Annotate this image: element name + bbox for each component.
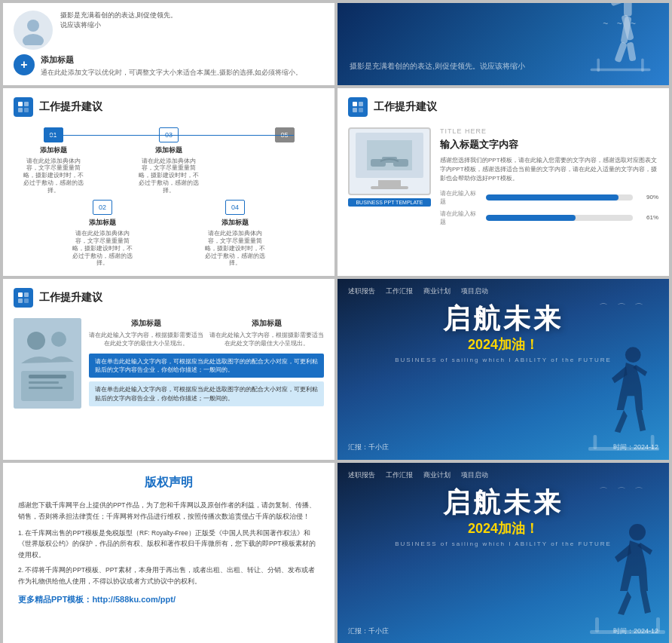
flow-num-02: 02: [93, 200, 112, 215]
copyright-text-2: 不得将千库网的PPT模板、PPT素材，本身用于再出售，或者出租、出租、转让、分销…: [18, 566, 315, 584]
svg-point-0: [27, 20, 39, 32]
monitor-stand: [378, 180, 401, 186]
year-text-6: 2024加油！: [348, 335, 658, 354]
svg-rect-17: [359, 102, 363, 106]
nav-item-8-4: 项目启动: [461, 470, 488, 480]
add-content: 添加标题 通在此处添加文字以优化时，可调整文字大小来适合本属生,摄影的选择,如必…: [41, 54, 302, 78]
avatar: [14, 11, 53, 50]
cell-work-improvement-1: 工作提升建议 01 添加标题 请在此处添加典体内容，文字尽量重量简略，摄影建设时…: [3, 88, 334, 277]
cell-work-improvement-2: 工作提升建议: [338, 88, 669, 277]
copyright-item2: 2. 不得将千库网的PPT模板、PPT素材，本身用于再出售，或者出租、出租、转让…: [18, 565, 319, 586]
nav-bar-6: 述职报告 工作汇报 商业计划 项目启动: [348, 286, 658, 296]
cell-qihang-2: 述职报告 工作汇报 商业计划 项目启动 启航未来 2024加油！ BUSINES…: [338, 463, 669, 643]
flow-text-02: 请在此处添加典体内容，文字尽量重量简略，摄影建设时时，不必过于敷动，感谢的选择。: [71, 230, 135, 267]
flow-col-1: 添加标题 请在此处输入文字内容，根据摄影需要适当在此处文字的最佳大小呈现出。: [89, 318, 203, 348]
nav-item-6-2: 工作汇报: [386, 286, 413, 296]
progress-bar-bg-2: [486, 215, 633, 221]
zh-title-6: 启航未来: [348, 305, 658, 332]
cell-qihang-1: 述职报告 工作汇报 商业计划 项目启动 启航未来 2024加油！ BUSINES…: [338, 279, 669, 460]
cell5-content: 添加标题 请在此处输入文字内容，根据摄影需要适当在此处文字的最佳大小呈现出。 添…: [14, 318, 324, 409]
avatar-row: 摄影是充满着创的的表达,则促使领先。说应该将缩小: [14, 11, 324, 50]
runner-silhouette: [579, 3, 669, 85]
flow-text-04: 请在此处添加典体内容，文字尽量重量简略，摄影建设时时，不必过于敷动，感谢的选择。: [203, 230, 267, 267]
progress-bar-fill-2: [486, 215, 576, 221]
flow-col-title-2: 添加标题: [209, 318, 324, 329]
footer-date-6: 时间：2024-12: [613, 442, 658, 452]
flow-col-2: 添加标题 请在此处输入文字内容，根据摄影需要适当在此处文字的最佳大小呈现出。: [209, 318, 324, 348]
progress-row-2: 请在此输入标题 61%: [440, 210, 658, 226]
copyright-link[interactable]: 更多精品PPT模板：http://588ku.com/ppt/: [18, 594, 319, 605]
main-title: 输入标题文字内容: [440, 138, 658, 152]
copyright-title: 版权声明: [18, 475, 319, 491]
svg-rect-24: [18, 292, 23, 297]
progress-bar-fill-1: [486, 194, 619, 201]
blue-box-1: 请在单击此处输入文字内容，可根据应当此处选取图字的的配合大小对应，可更利粘贴后的…: [89, 354, 324, 378]
flow-node-02: 02 添加标题 请在此处添加典体内容，文字尽量重量简略，摄影建设时时，不必过于敷…: [71, 200, 135, 267]
cell5-image: [14, 318, 81, 409]
cell-copyright: 版权声明 感谢您下载千库网平台上提供的PPT作品，为了您和千库网以及原创作者的利…: [3, 463, 334, 643]
light-blue-box-1: 请在单击此处输入文字内容，可根据应当此处选取图字的的配合大小对应，可更利粘贴后的…: [89, 381, 324, 406]
footer-bar-8: 汇报：千小庄 时间：2024-12: [348, 626, 658, 636]
cell1-right-text: 摄影是充满着创的的表达,则促使领先。说应该将缩小: [60, 11, 324, 30]
nav-item-8-3: 商业计划: [423, 470, 451, 480]
title-here: TITLE HERE: [440, 127, 658, 135]
flow-node-05: 05: [252, 127, 316, 194]
svg-rect-14: [18, 108, 23, 112]
section-icon-4: [348, 97, 368, 117]
svg-rect-3: [624, 3, 632, 16]
sub-text-6: BUSINESS of sailing which I ABILITY of t…: [348, 357, 658, 363]
nav-item-6-1: 述职报告: [348, 286, 375, 296]
section-title-3: 工作提升建议: [39, 100, 102, 114]
svg-rect-8: [627, 41, 637, 61]
cell5-right: 添加标题 请在此处输入文字内容，根据摄影需要适当在此处文字的最佳大小呈现出。 添…: [89, 318, 324, 406]
section-title-4: 工作提升建议: [374, 100, 437, 114]
svg-point-1: [23, 34, 44, 45]
monitor-wrap: BUSINESS PPT TEMPLATE: [348, 127, 431, 230]
text-side: TITLE HERE 输入标题文字内容 感谢您选择我们的PPT模板，请在此输入您…: [440, 127, 658, 230]
sub-text-8: BUSINESS of sailing which I ABILITY of t…: [348, 540, 658, 547]
nav-bar-8: 述职报告 工作汇报 商业计划 项目启动: [348, 470, 658, 480]
svg-point-33: [27, 332, 45, 350]
svg-rect-7: [614, 41, 627, 63]
flowchart-bottom-row: 02 添加标题 请在此处添加典体内容，文字尽量重量简略，摄影建设时时，不必过于敷…: [14, 194, 324, 267]
svg-rect-32: [29, 387, 63, 389]
flow-label-01: 添加标题: [40, 145, 67, 155]
svg-rect-16: [353, 102, 357, 106]
svg-rect-25: [24, 292, 29, 297]
flow-node-04: 04 添加标题 请在此处添加典体内容，文字尽量重量简略，摄影建设时时，不必过于敷…: [203, 200, 267, 267]
copyright-text-1: 在千库网出售的PPT模板是免税版型（RF: Royalty-Free）正版受《中…: [18, 529, 316, 559]
progress-row-1: 请在此输入标题 90%: [440, 189, 658, 206]
year-text-8: 2024加油！: [348, 519, 658, 537]
main-text-6: 启航未来 2024加油！ BUSINESS of sailing which I…: [348, 305, 658, 363]
nav-item-6-3: 商业计划: [423, 286, 451, 296]
flow-two-cols: 添加标题 请在此处输入文字内容，根据摄影需要适当在此处文字的最佳大小呈现出。 添…: [89, 318, 324, 348]
section-header-3: 工作提升建议: [14, 97, 324, 117]
ppt-label: BUSINESS PPT TEMPLATE: [348, 198, 431, 207]
business-caption: 摄影是充满着创的的表达,则促使领先。说应该将缩小: [350, 60, 525, 72]
flow-col-title-1: 添加标题: [89, 318, 203, 329]
section-icon-3: [14, 97, 33, 117]
copyright-item1: 1. 在千库网出售的PPT模板是免税版型（RF: Royalty-Free）正版…: [18, 528, 319, 560]
svg-rect-12: [18, 102, 23, 106]
progress-bar-bg-1: [486, 194, 633, 201]
copyright-para1: 感谢您下载千库网平台上提供的PPT作品，为了您和千库网以及原创作者的利益，请勿复…: [18, 500, 319, 522]
add-icon: +: [14, 54, 35, 75]
cell-top-right-dark: ~ ~ ~ 摄影是充满着创的的表达,则促使领先。说应该将缩小: [338, 3, 669, 85]
add-text: 通在此处添加文字以优化时，可调整文字大小来适合本属生,摄影的选择,如必须将缩小。: [41, 68, 302, 78]
main-grid: 摄影是充满着创的的表达,则促使领先。说应该将缩小 + 添加标题 通在此处添加文字…: [0, 0, 672, 643]
svg-rect-13: [24, 102, 29, 106]
cell4-content: BUSINESS PPT TEMPLATE TITLE HERE 输入标题文字内…: [348, 127, 658, 230]
progress-label-2: 请在此输入标题: [440, 210, 481, 226]
add-title: 添加标题: [41, 54, 302, 66]
monitor-base: [371, 186, 408, 189]
flow-label-04: 添加标题: [221, 218, 249, 228]
flow-label-03: 添加标题: [155, 145, 182, 155]
footer-presenter-6: 汇报：千小庄: [348, 442, 389, 452]
flow-text-03: 请在此处添加典体内容，文字尽量重量简略，摄影建设时时，不必过于敷动，感谢的选择。: [137, 158, 201, 194]
progress-pct-2: 61%: [637, 214, 658, 221]
svg-rect-11: [641, 58, 644, 72]
section-title-5: 工作提升建议: [39, 291, 102, 305]
flow-text-01: 请在此处添加典体内容，文字尽量重量简略，摄影建设时时，不必过于敷动，感谢的选择。: [21, 158, 85, 194]
cell-top-left: 摄影是充满着创的的表达,则促使领先。说应该将缩小 + 添加标题 通在此处添加文字…: [3, 3, 334, 85]
progress-label-1: 请在此输入标题: [440, 189, 481, 206]
